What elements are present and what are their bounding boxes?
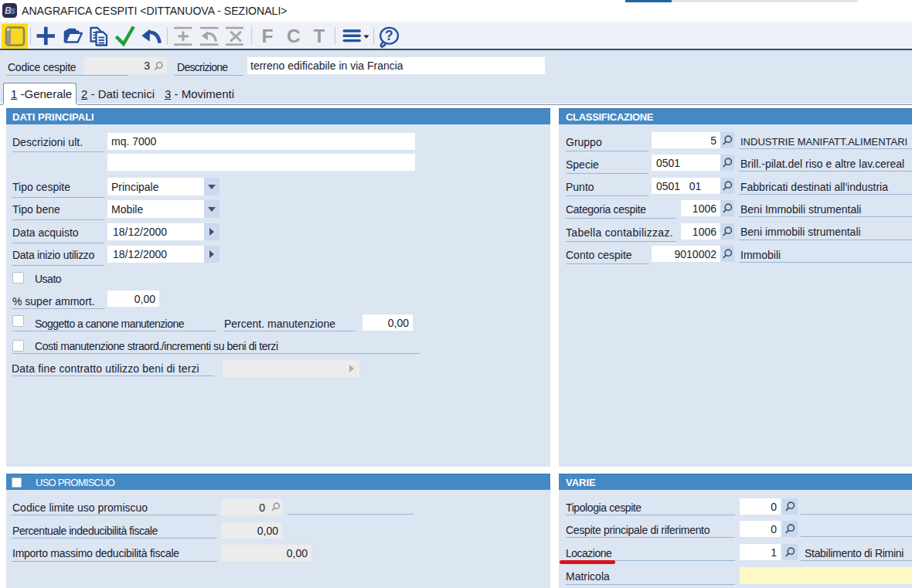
svg-text:F: F: [262, 25, 274, 46]
svg-text:C: C: [287, 25, 301, 46]
svg-text:s: s: [11, 5, 16, 16]
svg-text:T: T: [314, 25, 325, 46]
svg-text:?: ?: [385, 28, 393, 43]
